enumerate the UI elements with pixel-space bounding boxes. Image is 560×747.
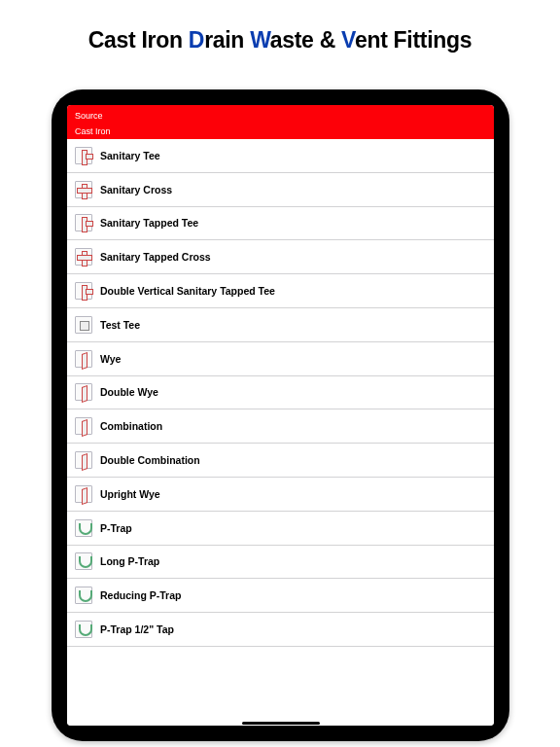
home-indicator[interactable] (67, 720, 494, 726)
fitting-icon (75, 147, 92, 164)
fitting-icon (75, 587, 92, 604)
list-item-label: P-Trap 1/2" Tap (100, 623, 174, 635)
fitting-icon (75, 485, 92, 503)
fitting-icon (75, 316, 92, 334)
promo-w3: ent Fittings (355, 27, 472, 53)
promo-w2: aste & (270, 27, 341, 53)
list-item-label: Sanitary Tee (100, 150, 160, 161)
promo-accent-v: V (341, 27, 355, 53)
list-item[interactable]: Sanitary Tapped Cross (67, 240, 494, 274)
fittings-list[interactable]: Sanitary TeeSanitary CrossSanitary Tappe… (67, 139, 494, 720)
list-item-label: Sanitary Tapped Tee (100, 217, 198, 229)
fitting-icon (75, 350, 92, 368)
fitting-icon (75, 214, 92, 231)
list-item-label: Double Vertical Sanitary Tapped Tee (100, 285, 275, 297)
list-item[interactable]: Combination (67, 409, 494, 444)
list-item-label: Test Tee (100, 319, 140, 331)
list-item-label: Wye (100, 353, 121, 365)
fitting-icon (75, 248, 92, 266)
list-item[interactable]: Sanitary Tee (67, 139, 494, 173)
promo-accent-w: W (250, 27, 270, 53)
list-item-label: Double Wye (100, 386, 158, 398)
list-item[interactable]: Test Tee (67, 308, 494, 342)
list-item-label: Double Combination (100, 454, 200, 466)
fitting-icon (75, 181, 92, 198)
list-item-label: Reducing P-Trap (100, 589, 181, 601)
list-item[interactable]: Sanitary Tapped Tee (67, 207, 494, 241)
list-item-label: Upright Wye (100, 488, 160, 500)
list-item[interactable]: Reducing P-Trap (67, 579, 494, 613)
fitting-icon (75, 621, 92, 638)
list-item-label: P-Trap (100, 522, 132, 534)
fitting-icon (75, 451, 92, 469)
list-item[interactable]: P-Trap 1/2" Tap (67, 613, 494, 647)
tablet-frame: Source Cast Iron Sanitary TeeSanitary Cr… (52, 89, 509, 741)
list-item-label: Combination (100, 420, 162, 432)
nav-header: Source Cast Iron (67, 105, 494, 139)
list-item[interactable]: Double Vertical Sanitary Tapped Tee (67, 274, 494, 308)
list-item[interactable]: Long P-Trap (67, 546, 494, 580)
list-item-label: Long P-Trap (100, 555, 159, 567)
list-item[interactable]: P-Trap (67, 512, 494, 546)
fitting-icon (75, 417, 92, 435)
list-item[interactable]: Double Combination (67, 444, 494, 478)
fitting-icon (75, 552, 92, 570)
list-item[interactable]: Wye (67, 342, 494, 376)
tablet-screen: Source Cast Iron Sanitary TeeSanitary Cr… (67, 105, 494, 726)
list-item-label: Sanitary Tapped Cross (100, 251, 211, 263)
promo-prefix: Cast Iron (88, 27, 189, 53)
fitting-icon (75, 519, 92, 537)
list-item[interactable]: Sanitary Cross (67, 173, 494, 207)
fitting-icon (75, 383, 92, 401)
promo-title: Cast Iron Drain Waste & Vent Fittings (0, 0, 560, 53)
back-button[interactable]: Source (75, 109, 486, 126)
list-item[interactable]: Upright Wye (67, 478, 494, 512)
list-item[interactable]: Double Wye (67, 376, 494, 410)
promo-w1: rain (204, 27, 250, 53)
fitting-icon (75, 282, 92, 300)
promo-accent-d: D (189, 27, 204, 53)
header-subtitle: Cast Iron (75, 126, 486, 139)
list-item-label: Sanitary Cross (100, 184, 172, 196)
